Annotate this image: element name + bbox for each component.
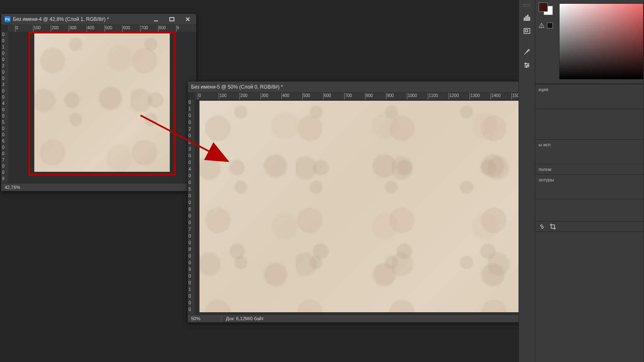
adjustments-icon[interactable] bbox=[521, 60, 532, 71]
gamut-warning-icon[interactable] bbox=[539, 23, 544, 28]
maximize-button[interactable] bbox=[167, 15, 177, 23]
minimize-button[interactable] bbox=[151, 15, 161, 23]
panel-footer-tools bbox=[535, 221, 644, 232]
ruler-area: 10001002003004005006007008009 0010020030… bbox=[1, 25, 196, 184]
crop-icon[interactable] bbox=[549, 223, 556, 230]
zoom-level[interactable]: 50% bbox=[191, 316, 217, 321]
panel-tab-label[interactable]: полни bbox=[535, 164, 644, 174]
panel-tab-label: ы исп bbox=[539, 142, 551, 147]
horizontal-ruler[interactable]: 10001002003004005006007008009 bbox=[8, 25, 196, 32]
collapsed-panel-strip bbox=[519, 0, 535, 362]
vertical-ruler[interactable]: 001002003004005006007008 bbox=[1, 32, 8, 184]
canvas-image[interactable] bbox=[34, 33, 170, 172]
brushes-icon[interactable] bbox=[521, 46, 532, 57]
foreground-color-swatch[interactable] bbox=[539, 3, 548, 12]
document-title: Без имени-4 @ 42,8% (Слой 1, RGB/8#) * bbox=[13, 16, 148, 22]
panel-tab-label: кция bbox=[539, 87, 548, 92]
divider bbox=[221, 316, 222, 321]
foreground-background-swatches[interactable] bbox=[539, 3, 553, 15]
panel-tab-group[interactable]: онтуры bbox=[535, 174, 644, 199]
panel-tab-group[interactable]: ы исп bbox=[535, 139, 644, 164]
panel-tab-group[interactable]: кция bbox=[535, 84, 644, 109]
histogram-icon[interactable] bbox=[521, 12, 532, 23]
selection-marquee bbox=[28, 32, 176, 176]
close-button[interactable] bbox=[183, 15, 193, 23]
svg-rect-10 bbox=[526, 16, 526, 20]
panel-placeholder[interactable] bbox=[535, 199, 644, 221]
svg-rect-9 bbox=[524, 18, 525, 20]
titlebar[interactable]: Ps Без имени-4 @ 42,8% (Слой 1, RGB/8#) … bbox=[1, 14, 196, 25]
app-badge-icon: Ps bbox=[5, 16, 10, 22]
panel-grip-icon[interactable] bbox=[523, 4, 531, 6]
color-panel bbox=[535, 0, 644, 84]
vertical-ruler[interactable]: 01002003004005006007008009001000 bbox=[188, 99, 195, 315]
panel-stack: кция ы исп полни онтуры bbox=[535, 0, 644, 362]
svg-point-22 bbox=[541, 26, 542, 27]
photoshop-workspace: Ps Без имени-4 @ 42,8% (Слой 1, RGB/8#) … bbox=[0, 0, 644, 362]
document-title: Без имени-5 @ 50% (Слой 0, RGB/8#) * bbox=[191, 84, 544, 90]
document-window-1[interactable]: Ps Без имени-4 @ 42,8% (Слой 1, RGB/8#) … bbox=[1, 13, 197, 191]
color-field-picker[interactable] bbox=[559, 3, 644, 79]
zoom-level[interactable]: 42,76% bbox=[5, 185, 31, 190]
panel-placeholder[interactable] bbox=[535, 232, 644, 362]
panel-tab-label: онтуры bbox=[539, 177, 554, 182]
svg-rect-11 bbox=[527, 15, 528, 20]
panel-placeholder[interactable] bbox=[535, 109, 644, 139]
doc-info: Док: 6,12M/0 байт bbox=[226, 316, 264, 321]
link-icon[interactable] bbox=[539, 223, 545, 230]
navigator-icon[interactable] bbox=[521, 25, 532, 36]
status-bar: 42,76% bbox=[1, 183, 196, 191]
default-color-box[interactable] bbox=[547, 23, 553, 28]
canvas-viewport[interactable] bbox=[8, 32, 196, 184]
svg-rect-1 bbox=[170, 18, 174, 21]
right-panel-dock: кция ы исп полни онтуры bbox=[519, 0, 644, 362]
svg-rect-12 bbox=[529, 17, 530, 20]
svg-rect-13 bbox=[524, 28, 530, 33]
svg-rect-14 bbox=[525, 30, 528, 32]
